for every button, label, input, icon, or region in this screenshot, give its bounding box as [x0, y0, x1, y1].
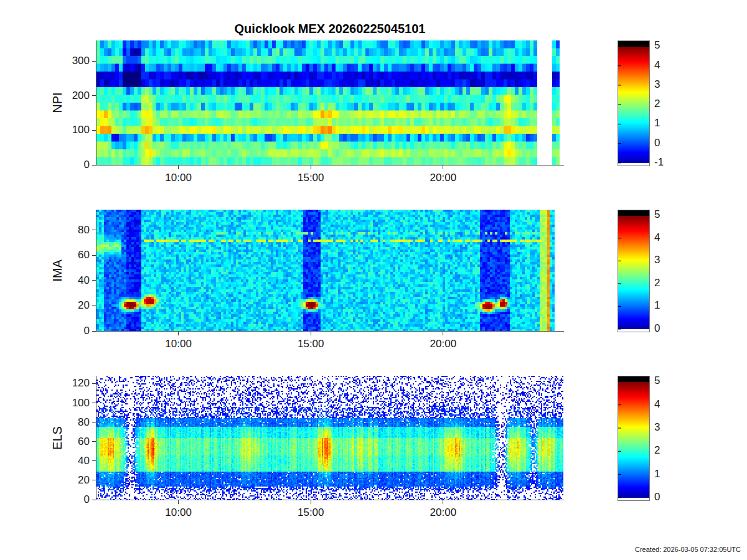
- els-y-tick-label: 0: [52, 493, 90, 506]
- els-x-tick-label: 15:00: [298, 506, 324, 519]
- els-x-tick: [178, 500, 179, 504]
- npi-x-tick: [311, 166, 311, 169]
- npi-y-tick: [92, 95, 96, 96]
- ima-colorbar-tick-label: 1: [654, 299, 660, 312]
- npi-x-tick: [443, 166, 443, 169]
- els-x-tick-label: 20:00: [430, 506, 457, 519]
- els-y-tick: [92, 441, 96, 442]
- npi-colorbar-tick-label: 3: [654, 78, 660, 91]
- els-y-tick: [92, 500, 96, 500]
- ima-y-tick: [92, 280, 96, 281]
- created-timestamp: Created: 2026-03-05 07:32:05UTC: [635, 546, 741, 553]
- ima-colorbar-tick-label: 4: [654, 231, 660, 244]
- els-y-tick-label: 20: [52, 474, 90, 487]
- els-y-tick: [92, 383, 96, 384]
- ima-y-tick: [92, 306, 96, 306]
- els-y-tick-label: 100: [52, 397, 90, 409]
- ima-colorbar-tick-label: 3: [654, 254, 660, 266]
- els-colorbar-tick-label: 5: [654, 375, 660, 387]
- ylabel-npi: NPI: [50, 78, 65, 128]
- ima-y-axis: [96, 210, 96, 332]
- npi-x-axis: [96, 165, 564, 166]
- npi-x-tick-label: 15:00: [298, 172, 324, 184]
- ima-y-tick-label: 0: [52, 325, 90, 337]
- els-y-tick: [92, 403, 96, 403]
- ima-x-tick: [443, 332, 443, 335]
- ylabel-ima: IMA: [50, 246, 65, 296]
- els-y-tick: [92, 422, 96, 422]
- ima-colorbar-tick-label: 0: [654, 322, 660, 335]
- els-colorbar-tick-label: 4: [654, 398, 660, 411]
- els-y-axis: [96, 376, 96, 500]
- npi-x-tick: [178, 166, 179, 169]
- ima-x-tick-label: 15:00: [298, 338, 324, 350]
- els-y-tick: [92, 480, 96, 480]
- els-colorbar: [618, 376, 650, 501]
- els-x-tick-label: 10:00: [165, 506, 192, 519]
- npi-y-tick: [92, 130, 96, 131]
- ima-y-tick-label: 20: [52, 299, 90, 312]
- els-x-tick: [311, 500, 311, 504]
- els-y-tick: [92, 460, 96, 461]
- npi-x-tick-label: 20:00: [430, 172, 457, 184]
- npi-colorbar-tick-label: -1: [654, 156, 664, 169]
- npi-colorbar-tick-label: 4: [654, 59, 660, 72]
- ima-y-tick: [92, 230, 96, 230]
- ima-y-tick: [92, 255, 96, 256]
- npi-y-tick: [92, 165, 96, 166]
- els-x-tick: [443, 500, 443, 504]
- npi-colorbar-tick-label: 2: [654, 98, 660, 110]
- ima-colorbar: [618, 210, 650, 332]
- ima-y-tick: [92, 331, 96, 332]
- npi-y-tick-label: 300: [52, 55, 90, 67]
- ylabel-els: ELS: [50, 413, 65, 463]
- els-spectrogram: [96, 376, 563, 500]
- ima-x-tick: [178, 332, 179, 335]
- npi-colorbar-tick-label: 0: [654, 137, 660, 149]
- npi-x-tick-label: 10:00: [165, 172, 192, 184]
- npi-colorbar: [618, 40, 650, 166]
- els-y-tick-label: 120: [52, 377, 90, 390]
- els-x-axis: [96, 500, 564, 500]
- ima-colorbar-tick-label: 2: [654, 277, 660, 289]
- npi-spectrogram: [96, 40, 563, 165]
- els-colorbar-tick-label: 1: [654, 468, 660, 480]
- ima-colorbar-tick-label: 5: [654, 208, 660, 221]
- figure-title: Quicklook MEX 20260225045101: [96, 22, 563, 36]
- ima-spectrogram: [96, 210, 563, 331]
- ima-x-tick-label: 20:00: [430, 338, 457, 350]
- npi-colorbar-tick-label: 1: [654, 117, 660, 129]
- els-colorbar-tick-label: 2: [654, 444, 660, 457]
- quicklook-figure: Quicklook MEX 20260225045101 01002003001…: [0, 0, 747, 560]
- els-colorbar-tick-label: 0: [654, 491, 660, 503]
- ima-x-tick: [311, 332, 311, 335]
- ima-x-axis: [96, 331, 564, 332]
- npi-colorbar-tick-label: 5: [654, 39, 660, 52]
- ima-y-tick-label: 80: [52, 224, 90, 236]
- npi-y-axis: [96, 40, 96, 166]
- npi-y-tick: [92, 61, 96, 62]
- els-colorbar-tick-label: 3: [654, 421, 660, 434]
- ima-x-tick-label: 10:00: [165, 338, 192, 350]
- npi-y-tick-label: 0: [52, 159, 90, 171]
